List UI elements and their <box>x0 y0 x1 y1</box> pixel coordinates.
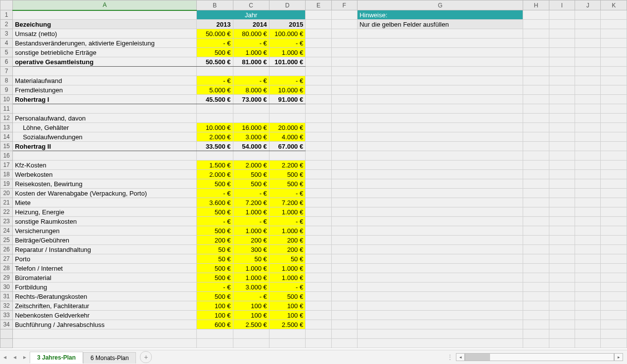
cell-B6[interactable]: 50.500 € <box>197 57 233 67</box>
cell-J29[interactable] <box>575 273 601 283</box>
cell-B30[interactable]: - € <box>197 283 233 292</box>
cell-A21[interactable]: Miete <box>13 198 197 207</box>
cell-C3[interactable]: 80.000 € <box>233 29 269 39</box>
col-header-F[interactable]: F <box>331 0 357 10</box>
cell-D21[interactable]: 7.200 € <box>269 198 305 207</box>
cell-A35[interactable] <box>13 329 197 339</box>
cell-J8[interactable] <box>575 76 601 85</box>
cell-H3[interactable] <box>523 29 549 39</box>
cell-H15[interactable] <box>523 142 549 151</box>
cell-H1[interactable] <box>523 10 549 20</box>
cell-I35[interactable] <box>549 329 575 339</box>
cell-I25[interactable] <box>549 236 575 245</box>
cell-H13[interactable] <box>523 123 549 132</box>
row-header-21[interactable]: 21 <box>0 198 13 207</box>
col-header-A[interactable]: A <box>13 0 197 10</box>
cell-J21[interactable] <box>575 198 601 207</box>
row-header-26[interactable]: 26 <box>0 245 13 254</box>
cell-A25[interactable]: Beiträge/Gebühren <box>13 236 197 245</box>
cell-C10[interactable]: 73.000 € <box>233 95 269 104</box>
cell-C27[interactable]: 50 € <box>233 254 269 264</box>
cell-J15[interactable] <box>575 142 601 151</box>
cell-I22[interactable] <box>549 207 575 217</box>
cell-K29[interactable] <box>601 273 627 283</box>
cell-A20[interactable]: Kosten der Warenabgabe (Verpackung, Port… <box>13 189 197 198</box>
cell-B15[interactable]: 33.500 € <box>197 142 233 151</box>
cell-G7[interactable] <box>357 67 523 76</box>
cell-E11[interactable] <box>306 104 331 114</box>
cell-D14[interactable]: 4.000 € <box>269 132 305 142</box>
cell-C13[interactable]: 16.000 € <box>233 123 269 132</box>
cell-I15[interactable] <box>549 142 575 151</box>
cell-I17[interactable] <box>549 161 575 170</box>
cell-D27[interactable]: 50 € <box>269 254 305 264</box>
cell-E3[interactable] <box>306 29 331 39</box>
cell-F16[interactable] <box>331 151 357 161</box>
cell-F27[interactable] <box>331 254 357 264</box>
cell-A18[interactable]: Werbekosten <box>13 170 197 179</box>
cell-D9[interactable]: 10.000 € <box>269 85 305 95</box>
cell-F9[interactable] <box>331 85 357 95</box>
cell-D32[interactable]: 100 € <box>269 301 305 311</box>
cell-A9[interactable]: Fremdleistungen <box>13 85 197 95</box>
cell-K31[interactable] <box>601 292 627 301</box>
cell-K25[interactable] <box>601 236 627 245</box>
cell-J34[interactable] <box>575 320 601 329</box>
cell-J11[interactable] <box>575 104 601 114</box>
cell-C18[interactable]: 500 € <box>233 170 269 179</box>
col-header-C[interactable]: C <box>233 0 269 10</box>
cell-F8[interactable] <box>331 76 357 85</box>
cell-C16[interactable] <box>233 151 269 161</box>
cell-F10[interactable] <box>331 95 357 104</box>
cell-E33[interactable] <box>306 311 331 320</box>
cell-A6[interactable]: operative Gesamtleistung <box>13 57 197 67</box>
row-header-12[interactable]: 12 <box>0 114 13 123</box>
cell-G13[interactable] <box>357 123 523 132</box>
cell-F20[interactable] <box>331 189 357 198</box>
cell-K21[interactable] <box>601 198 627 207</box>
cell-C19[interactable]: 500 € <box>233 179 269 189</box>
cell-B4[interactable]: - € <box>197 39 233 48</box>
cell-K18[interactable] <box>601 170 627 179</box>
grid-area[interactable]: ABCDEFGHIJK 1JahrHinweise:2Bezeichung201… <box>0 0 627 350</box>
cell-B31[interactable]: 500 € <box>197 292 233 301</box>
cell-I2[interactable] <box>549 20 575 29</box>
row-header-17[interactable]: 17 <box>0 161 13 170</box>
cell-F11[interactable] <box>331 104 357 114</box>
cell-B33[interactable]: 100 € <box>197 311 233 320</box>
cell-G34[interactable] <box>357 320 523 329</box>
cell-E8[interactable] <box>306 76 331 85</box>
cell-E22[interactable] <box>306 207 331 217</box>
cell-A23[interactable]: sonstige Raumkosten <box>13 217 197 226</box>
cell-I5[interactable] <box>549 48 575 57</box>
cell-K23[interactable] <box>601 217 627 226</box>
cell-B18[interactable]: 2.000 € <box>197 170 233 179</box>
row-header-18[interactable]: 18 <box>0 170 13 179</box>
cell-B25[interactable]: 200 € <box>197 236 233 245</box>
cell-H30[interactable] <box>523 283 549 292</box>
tab-nav-prev-icon[interactable]: ◂ <box>10 354 20 361</box>
cell-H36[interactable] <box>523 339 549 348</box>
col-header-B[interactable]: B <box>197 0 233 10</box>
cell-K22[interactable] <box>601 207 627 217</box>
cell-E19[interactable] <box>306 179 331 189</box>
cell-A15[interactable]: Rohertrag II <box>13 142 197 151</box>
cell-C36[interactable] <box>233 339 269 348</box>
cell-C21[interactable]: 7.200 € <box>233 198 269 207</box>
cell-J23[interactable] <box>575 217 601 226</box>
cell-C23[interactable]: - € <box>233 217 269 226</box>
cell-G8[interactable] <box>357 76 523 85</box>
cell-F26[interactable] <box>331 245 357 254</box>
cell-J20[interactable] <box>575 189 601 198</box>
cell-B28[interactable]: 500 € <box>197 264 233 273</box>
cell-I24[interactable] <box>549 226 575 236</box>
cell-J12[interactable] <box>575 114 601 123</box>
cell-I28[interactable] <box>549 264 575 273</box>
cell-E9[interactable] <box>306 85 331 95</box>
cell-D28[interactable]: 1.000 € <box>269 264 305 273</box>
cell-H10[interactable] <box>523 95 549 104</box>
cell-B9[interactable]: 5.000 € <box>197 85 233 95</box>
row-header-14[interactable]: 14 <box>0 132 13 142</box>
cell-G29[interactable] <box>357 273 523 283</box>
cell-J13[interactable] <box>575 123 601 132</box>
